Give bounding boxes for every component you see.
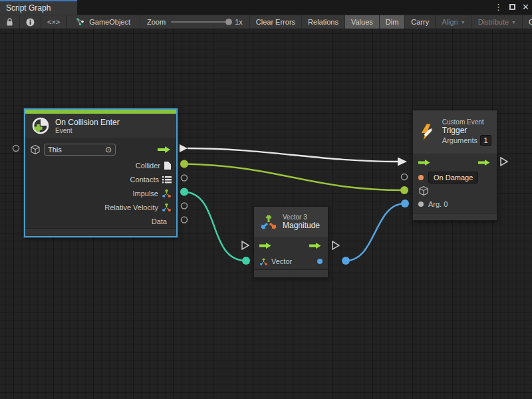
- contacts-output-port[interactable]: [182, 175, 188, 181]
- window-controls: ⋮ ✕: [494, 0, 529, 15]
- port-row-collider[interactable]: Collider: [25, 158, 176, 172]
- target-object-field[interactable]: This ⊙: [44, 144, 116, 156]
- unity-script-graph-window: Script Graph ⋮ ✕ <×>: [0, 0, 532, 399]
- argument-row[interactable]: Arg. 0: [413, 198, 497, 211]
- node-category: Custom Event: [442, 118, 491, 126]
- flow-input-arrow-icon[interactable]: [259, 242, 273, 249]
- node-footer: [413, 213, 497, 220]
- chevron-down-icon: ▼: [461, 20, 466, 25]
- gameobject-cube-icon: [30, 144, 41, 155]
- vector3-icon: [259, 213, 278, 231]
- distribute-label: Distribute: [478, 18, 509, 26]
- wire-collider[interactable]: [184, 164, 404, 191]
- list-icon: [162, 176, 172, 184]
- event-name-row: On Damage: [413, 171, 497, 184]
- this-input-port[interactable]: [13, 146, 19, 152]
- align-label: Align: [442, 18, 458, 26]
- flow-input-arrow-icon[interactable]: [418, 159, 432, 166]
- info-button[interactable]: [20, 15, 41, 29]
- zoom-label: Zoom: [147, 18, 166, 26]
- node-footer: [254, 269, 328, 277]
- menu-icon[interactable]: ⋮: [494, 0, 503, 15]
- relative-velocity-output-port[interactable]: [182, 203, 188, 209]
- magnitude-output-port[interactable]: [342, 257, 350, 265]
- close-icon[interactable]: ✕: [522, 0, 529, 15]
- event-name-input-port[interactable]: [402, 174, 408, 180]
- event-name-value: On Damage: [434, 174, 473, 182]
- graph-target-button[interactable]: GameObject: [67, 15, 140, 29]
- port-row-impulse[interactable]: Impulse: [25, 186, 176, 200]
- port-label: Impulse: [132, 190, 158, 198]
- node-type-label: Vector 3: [283, 213, 320, 221]
- port-label: Vector: [271, 257, 292, 265]
- node-header[interactable]: Custom Event Trigger Arguments 1: [413, 110, 497, 154]
- dim-toggle[interactable]: Dim: [380, 15, 406, 29]
- graph-canvas[interactable]: On Collision Enter Event This ⊙: [0, 29, 532, 399]
- impulse-output-port[interactable]: [180, 188, 188, 196]
- maximize-icon[interactable]: [509, 0, 515, 15]
- node-trigger-custom-event[interactable]: Custom Event Trigger Arguments 1: [412, 110, 497, 221]
- carry-toggle[interactable]: Carry: [405, 15, 436, 29]
- clear-errors-button[interactable]: Clear Errors: [250, 15, 302, 29]
- code-view-button[interactable]: <×>: [41, 15, 66, 29]
- arguments-count-field[interactable]: 1: [480, 135, 491, 146]
- chevron-down-icon: ▼: [511, 20, 516, 25]
- vector-input-port[interactable]: [242, 257, 250, 265]
- flow-output-arrow-icon[interactable]: [309, 242, 323, 249]
- port-row-data[interactable]: Data: [25, 214, 176, 228]
- string-port-dot[interactable]: [418, 175, 424, 180]
- node-vector3-magnitude[interactable]: Vector 3 Magnitude: [253, 206, 329, 278]
- node-on-collision-enter[interactable]: On Collision Enter Event This ⊙: [24, 108, 178, 237]
- trigger-flow-out-port[interactable]: [501, 158, 507, 166]
- flow-out-port-collision[interactable]: [180, 144, 188, 152]
- port-row-relative-velocity[interactable]: Relative Velocity: [25, 200, 176, 214]
- node-header[interactable]: Vector 3 Magnitude: [254, 207, 328, 237]
- magnitude-flow-in-port[interactable]: [242, 241, 249, 249]
- flow-output-arrow-icon[interactable]: [157, 146, 172, 154]
- gameobject-cube-icon: [418, 186, 429, 196]
- flow-output-arrow-icon[interactable]: [478, 159, 491, 166]
- overview-button[interactable]: Overview: [523, 15, 532, 29]
- relations-button[interactable]: Relations: [302, 15, 345, 29]
- arg0-input-port[interactable]: [401, 200, 409, 207]
- zoom-control: Zoom 1x: [140, 15, 250, 29]
- lock-icon: [6, 18, 13, 27]
- vector3-type-icon: [162, 202, 172, 212]
- wire-impulse[interactable]: [184, 192, 246, 261]
- collision-event-icon: [31, 116, 51, 136]
- port-label: Relative Velocity: [104, 203, 158, 211]
- port-label: Data: [152, 217, 167, 225]
- graph-toolbar: <×> GameObject Zoom 1x Clear Errors Rela…: [0, 15, 532, 29]
- tab-script-graph[interactable]: Script Graph: [0, 0, 77, 15]
- info-icon: [26, 18, 35, 27]
- port-row-vector[interactable]: Vector: [254, 253, 328, 269]
- collider-output-port[interactable]: [180, 160, 188, 168]
- zoom-slider-handle[interactable]: [225, 19, 232, 25]
- graph-target-label: GameObject: [89, 18, 130, 26]
- port-row-contacts[interactable]: Contacts: [25, 172, 176, 186]
- node-title: On Collision Enter: [55, 118, 120, 127]
- zoom-slider[interactable]: [171, 21, 229, 23]
- object-picker-icon[interactable]: ⊙: [105, 145, 112, 154]
- float-output-port[interactable]: [317, 259, 323, 264]
- align-dropdown[interactable]: Align ▼: [436, 15, 471, 29]
- wire-magnitude[interactable]: [346, 203, 405, 261]
- zoom-value: 1x: [235, 18, 243, 26]
- code-icon: <×>: [47, 18, 60, 26]
- lock-button[interactable]: [0, 15, 20, 29]
- values-toggle[interactable]: Values: [345, 15, 380, 29]
- event-name-field[interactable]: On Damage: [428, 172, 478, 184]
- flow-in-port-trigger[interactable]: [398, 158, 407, 166]
- node-body: This ⊙ Collider Contacts: [25, 138, 176, 228]
- node-header[interactable]: On Collision Enter Event: [25, 114, 176, 138]
- magnitude-flow-out-port[interactable]: [332, 241, 339, 249]
- port-label: Contacts: [130, 176, 159, 184]
- wire-flow[interactable]: [188, 148, 398, 162]
- document-icon: [164, 161, 172, 170]
- target-row[interactable]: [413, 184, 497, 198]
- flow-row: [413, 154, 497, 171]
- data-output-port[interactable]: [182, 217, 188, 223]
- distribute-dropdown[interactable]: Distribute ▼: [472, 15, 523, 29]
- argument-label: Arg. 0: [428, 200, 448, 208]
- trigger-target-port[interactable]: [400, 186, 408, 194]
